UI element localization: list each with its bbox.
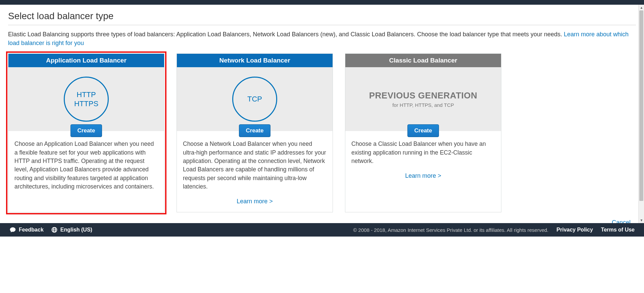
nlb-learn-more-link[interactable]: Learn more > (183, 197, 327, 206)
footer-left: Feedback English (US) (9, 226, 92, 233)
scroll-track[interactable] (639, 10, 644, 217)
feedback-button[interactable]: Feedback (9, 226, 44, 233)
language-label: English (US) (60, 227, 92, 233)
globe-icon (51, 226, 58, 233)
nlb-proto-tcp: TCP (247, 94, 262, 104)
card-nlb-body: Choose a Network Load Balancer when you … (177, 131, 333, 212)
card-nlb-graphic: TCP (177, 67, 333, 131)
card-classic-lb: Classic Load Balancer PREVIOUS GENERATIO… (345, 53, 501, 212)
top-nav-bar (0, 0, 644, 5)
speech-bubble-icon (9, 226, 16, 233)
main-content: Select load balancer type Elastic Load B… (0, 5, 644, 216)
card-alb-graphic: HTTP HTTPS (8, 67, 164, 131)
title-divider (8, 25, 636, 25)
intro-paragraph: Elastic Load Balancing supports three ty… (8, 30, 636, 47)
nlb-protocol-circle: TCP (232, 77, 277, 122)
card-clb-body: Choose a Classic Load Balancer when you … (345, 131, 501, 186)
clb-prevgen-sub: for HTTP, HTTPS, and TCP (369, 102, 478, 108)
alb-proto-http: HTTP (77, 90, 96, 99)
card-nlb-header: Network Load Balancer (177, 54, 333, 67)
footer-right: © 2008 - 2018, Amazon Internet Services … (353, 227, 635, 233)
vertical-scrollbar[interactable]: ▲ ▼ (638, 5, 644, 223)
card-clb-graphic: PREVIOUS GENERATION for HTTP, HTTPS, and… (345, 67, 501, 131)
terms-of-use-link[interactable]: Terms of Use (601, 227, 635, 233)
clb-prevgen: PREVIOUS GENERATION for HTTP, HTTPS, and… (369, 90, 478, 108)
main-scroll-area: Select load balancer type Elastic Load B… (0, 5, 644, 223)
lb-type-cards: Application Load Balancer HTTP HTTPS Cre… (8, 53, 636, 212)
intro-text: Elastic Load Balancing supports three ty… (8, 31, 564, 38)
scroll-up-arrow-icon[interactable]: ▲ (639, 5, 644, 10)
language-selector[interactable]: English (US) (51, 226, 92, 233)
scroll-thumb[interactable] (639, 10, 643, 201)
card-clb-header: Classic Load Balancer (345, 54, 501, 67)
clb-learn-more-link[interactable]: Learn more > (351, 171, 495, 180)
card-application-lb: Application Load Balancer HTTP HTTPS Cre… (8, 53, 164, 212)
copyright-text: © 2008 - 2018, Amazon Internet Services … (353, 227, 548, 233)
privacy-policy-link[interactable]: Privacy Policy (556, 227, 593, 233)
page-title: Select load balancer type (8, 11, 636, 22)
alb-proto-https: HTTPS (74, 99, 98, 109)
card-alb-body: Choose an Application Load Balancer when… (8, 131, 164, 197)
clb-prevgen-title: PREVIOUS GENERATION (369, 90, 478, 101)
card-network-lb: Network Load Balancer TCP Create Choose … (177, 53, 333, 212)
nlb-description: Choose a Network Load Balancer when you … (183, 140, 327, 191)
alb-create-button[interactable]: Create (70, 124, 102, 137)
scroll-down-arrow-icon[interactable]: ▼ (639, 217, 644, 223)
footer-bar: Feedback English (US) © 2008 - 2018, Ama… (0, 223, 644, 237)
cancel-link[interactable]: Cancel (612, 219, 631, 223)
card-alb-header: Application Load Balancer (8, 54, 164, 67)
clb-description: Choose a Classic Load Balancer when you … (351, 140, 495, 165)
clb-create-button[interactable]: Create (407, 124, 439, 137)
feedback-label: Feedback (19, 227, 44, 233)
page-actions: Cancel (0, 216, 644, 223)
alb-description: Choose an Application Load Balancer when… (14, 140, 158, 191)
nlb-create-button[interactable]: Create (239, 124, 271, 137)
alb-protocol-circle: HTTP HTTPS (64, 77, 109, 122)
